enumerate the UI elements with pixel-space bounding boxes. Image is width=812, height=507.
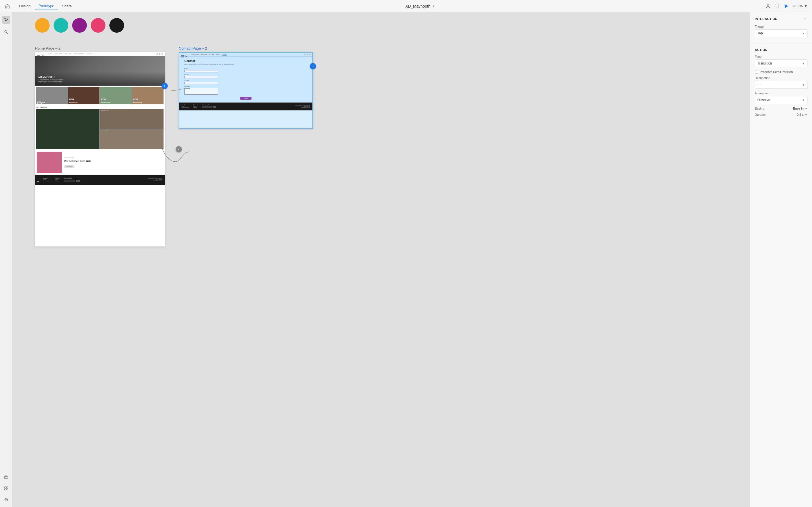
contact-arrow-right[interactable]: ›	[310, 63, 316, 69]
easing-dropdown-arrow: ▼	[805, 107, 808, 110]
svg-rect-8	[4, 487, 6, 488]
duration-value-container[interactable]: 0.2 s ▼	[797, 113, 808, 116]
artboard-contact-label: Contact Page – 2	[179, 46, 313, 50]
destination-value: —	[757, 83, 761, 87]
select-tool-icon[interactable]	[2, 16, 10, 24]
device-icon[interactable]	[774, 3, 780, 9]
svg-line-5	[6, 33, 8, 34]
home-arrow-right[interactable]: ›	[161, 83, 168, 89]
svg-rect-16	[37, 55, 40, 55]
trigger-dropdown[interactable]: Tap ▼	[755, 29, 808, 37]
layers-icon[interactable]	[2, 473, 10, 481]
artboard-contact[interactable]: Contact Page – 2 M LIVING ROOM BED ROOM …	[179, 46, 313, 129]
trigger-dropdown-arrow: ▼	[802, 32, 805, 35]
type-label: Type	[755, 55, 808, 58]
search-icon[interactable]	[2, 28, 10, 36]
swatch-yellow[interactable]	[35, 18, 50, 33]
nav-design[interactable]: Design	[16, 2, 34, 10]
swatch-pink[interactable]	[91, 18, 105, 33]
destination-label: Destination	[755, 76, 808, 80]
animation-value: Dissolve	[757, 98, 770, 102]
user-icon[interactable]	[765, 3, 771, 9]
zoom-value: 26,3%	[792, 4, 803, 8]
svg-text:M: M	[37, 180, 39, 182]
swatch-purple[interactable]	[72, 18, 87, 33]
preserve-scroll-checkbox[interactable]	[755, 70, 758, 73]
preserve-scroll-label: Preserve Scroll Position	[760, 70, 793, 73]
animation-dropdown[interactable]: Dissolve ▼	[755, 96, 808, 104]
svg-rect-20	[181, 56, 185, 57]
swatch-black[interactable]	[109, 18, 124, 33]
svg-point-2	[777, 7, 777, 8]
contact-arrow-left[interactable]: ‹	[175, 146, 182, 152]
dropdown-icon[interactable]: ▼	[432, 4, 435, 8]
svg-rect-10	[4, 489, 6, 490]
play-icon[interactable]	[783, 3, 789, 9]
svg-rect-6	[4, 476, 8, 478]
duration-value: 0.2 s	[797, 113, 804, 116]
svg-rect-9	[6, 487, 8, 488]
easing-value-container[interactable]: Ease In ▼	[793, 107, 808, 110]
preserve-scroll-row: Preserve Scroll Position	[755, 70, 808, 73]
duration-row: Duration 0.2 s ▼	[755, 113, 808, 116]
sidebar-bottom	[2, 473, 10, 504]
nav-prototype[interactable]: Prototype	[35, 2, 57, 10]
add-interaction-button[interactable]: +	[802, 16, 808, 21]
easing-row: Easing Ease In ▼	[755, 107, 808, 110]
destination-dropdown-arrow: ▼	[802, 83, 805, 87]
artboard-home-frame: M HOME LIVING ROOM BED ROOM KITCHEN & DI…	[35, 52, 165, 246]
interaction-section: INTERACTION + Trigger Tap ▼	[750, 12, 812, 44]
svg-point-4	[4, 31, 7, 33]
project-title: XD_Maynooth	[405, 4, 430, 8]
left-sidebar	[0, 12, 12, 507]
topbar-right: 26,3% ▼	[765, 3, 808, 9]
assets-icon[interactable]	[2, 485, 10, 492]
artboard-home-label: Home Page – 2	[35, 46, 165, 50]
duration-dropdown-arrow: ▼	[805, 113, 808, 116]
svg-rect-7	[5, 476, 7, 476]
artboard-home[interactable]: Home Page – 2 M HOME LIVING ROOM BED ROO…	[35, 46, 165, 246]
topbar-nav: Design Prototype Share	[16, 2, 75, 10]
home-icon[interactable]	[4, 3, 10, 9]
easing-value: Ease In	[793, 107, 804, 110]
artboard-contact-frame: M LIVING ROOM BED ROOM KITCHEN & DINING …	[179, 52, 313, 129]
nav-share[interactable]: Share	[59, 2, 75, 10]
canvas[interactable]: Home Page – 2 M HOME LIVING ROOM BED ROO…	[12, 12, 750, 507]
action-header: ACTION	[755, 48, 808, 52]
main-layout: Home Page – 2 M HOME LIVING ROOM BED ROO…	[0, 12, 812, 507]
topbar-title: XD_Maynooth ▼	[81, 4, 760, 8]
svg-point-13	[6, 499, 7, 500]
svg-marker-3	[784, 4, 788, 8]
svg-point-12	[5, 498, 8, 501]
action-title: ACTION	[755, 48, 767, 52]
svg-rect-11	[6, 489, 8, 490]
type-dropdown[interactable]: Transition ▼	[755, 59, 808, 67]
type-dropdown-arrow: ▼	[802, 62, 805, 65]
action-section: ACTION Type Transition ▼ Preserve Scroll…	[750, 44, 812, 123]
type-value: Transition	[757, 61, 772, 65]
easing-label: Easing	[755, 107, 764, 110]
svg-rect-14	[37, 53, 40, 53]
zoom-control[interactable]: 26,3% ▼	[792, 4, 808, 8]
animation-dropdown-arrow: ▼	[802, 99, 805, 102]
topbar: Design Prototype Share XD_Maynooth ▼ 26,…	[0, 0, 812, 12]
color-swatches	[35, 18, 124, 33]
right-panel: INTERACTION + Trigger Tap ▼ ACTION Type …	[750, 12, 812, 507]
svg-point-0	[767, 4, 769, 6]
destination-dropdown[interactable]: — ▼	[755, 81, 808, 89]
plugins-icon[interactable]	[2, 496, 10, 504]
animation-label: Animation	[755, 92, 808, 95]
interaction-header: INTERACTION +	[755, 16, 808, 21]
svg-text:M: M	[186, 55, 188, 57]
svg-rect-19	[181, 55, 185, 56]
svg-rect-21	[181, 57, 185, 57]
swatch-teal[interactable]	[54, 18, 68, 33]
svg-rect-15	[37, 54, 40, 54]
interaction-title: INTERACTION	[755, 17, 777, 20]
zoom-arrow: ▼	[804, 4, 808, 8]
trigger-value: Tap	[757, 31, 763, 35]
trigger-label: Trigger	[755, 25, 808, 28]
duration-label: Duration	[755, 113, 767, 116]
